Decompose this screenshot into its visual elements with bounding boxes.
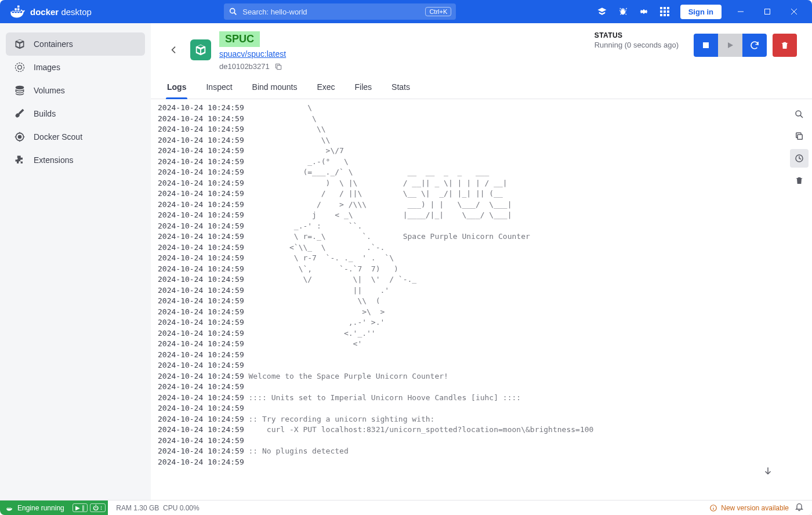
svg-rect-7 xyxy=(664,10,666,13)
learning-icon[interactable] xyxy=(597,6,607,17)
logs-tools xyxy=(786,99,812,500)
sidebar-item-label: Volumes xyxy=(34,86,65,95)
tab-files[interactable]: Files xyxy=(354,77,374,99)
engine-status[interactable]: Engine running xyxy=(0,501,70,515)
info-icon xyxy=(709,504,717,512)
update-available-link[interactable]: New version available xyxy=(709,504,789,512)
sign-in-button[interactable]: Sign in xyxy=(680,5,722,19)
logs-timestamps-button[interactable] xyxy=(790,149,809,168)
delete-button[interactable] xyxy=(773,34,797,57)
sidebar-item-extensions[interactable]: Extensions xyxy=(6,148,145,172)
svg-point-24 xyxy=(796,111,801,116)
svg-point-2 xyxy=(621,9,625,14)
back-button[interactable] xyxy=(166,42,182,58)
window-close-button[interactable] xyxy=(781,0,807,23)
search-bar[interactable]: Ctrl+K xyxy=(224,3,456,20)
extensions-icon xyxy=(14,154,26,166)
svg-marker-23 xyxy=(728,42,733,48)
app-logo: docker desktop xyxy=(9,3,92,20)
engine-status-text: Engine running xyxy=(17,504,64,512)
status-label: STATUS xyxy=(594,31,679,39)
search-input[interactable] xyxy=(242,8,420,16)
svg-point-16 xyxy=(16,63,24,72)
svg-rect-4 xyxy=(664,7,666,9)
window-minimize-button[interactable] xyxy=(727,0,754,23)
container-icon xyxy=(190,39,211,60)
svg-point-18 xyxy=(16,86,23,89)
tab-exec[interactable]: Exec xyxy=(316,77,336,99)
bug-icon[interactable] xyxy=(618,6,628,17)
sidebar-item-label: Builds xyxy=(34,109,56,118)
ram-usage: RAM 1.30 GB xyxy=(116,504,159,512)
svg-rect-9 xyxy=(660,14,662,16)
status-block: STATUS Running (0 seconds ago) xyxy=(594,31,679,49)
logs-clear-button[interactable] xyxy=(790,171,809,190)
sidebar-item-label: Extensions xyxy=(34,155,73,165)
svg-rect-26 xyxy=(798,135,802,139)
logs-panel[interactable]: 2024-10-24 10:24:59 \ 2024-10-24 10:24:5… xyxy=(151,99,786,500)
tab-logs[interactable]: Logs xyxy=(166,77,187,99)
whale-icon xyxy=(6,504,14,512)
container-name: SPUC xyxy=(219,31,260,47)
sidebar: Containers Images Volumes Builds Docker … xyxy=(0,23,151,500)
status-text: Running (0 seconds ago) xyxy=(594,41,679,49)
search-icon xyxy=(229,7,238,16)
sidebar-item-docker-scout[interactable]: Docker Scout xyxy=(6,125,145,148)
sidebar-item-containers[interactable]: Containers xyxy=(6,32,145,56)
svg-rect-6 xyxy=(660,10,662,13)
svg-rect-21 xyxy=(277,65,281,69)
engine-power-menu-button[interactable]: ⏻ ⋮ xyxy=(90,503,106,512)
svg-rect-22 xyxy=(703,42,709,48)
svg-rect-11 xyxy=(667,14,669,16)
logs-copy-button[interactable] xyxy=(790,127,809,146)
sidebar-item-label: Images xyxy=(34,63,60,72)
volumes-icon xyxy=(14,85,26,96)
settings-icon[interactable] xyxy=(639,6,649,17)
builds-icon xyxy=(14,108,26,119)
cpu-usage: CPU 0.00% xyxy=(163,504,200,512)
tab-inspect[interactable]: Inspect xyxy=(205,77,233,99)
svg-rect-13 xyxy=(765,9,770,14)
containers-icon xyxy=(14,38,26,50)
sidebar-item-label: Containers xyxy=(34,39,73,49)
sidebar-item-label: Docker Scout xyxy=(34,132,82,142)
search-shortcut: Ctrl+K xyxy=(425,7,451,16)
svg-rect-3 xyxy=(660,7,662,9)
apps-icon[interactable] xyxy=(659,6,670,17)
svg-rect-8 xyxy=(667,10,669,13)
logs-search-button[interactable] xyxy=(790,105,809,124)
svg-line-1 xyxy=(234,13,237,15)
notifications-button[interactable] xyxy=(795,502,804,513)
container-id: de10102b3271 xyxy=(219,62,270,71)
title-bar: docker desktop Ctrl+K Sign in xyxy=(0,0,812,23)
sidebar-item-volumes[interactable]: Volumes xyxy=(6,79,145,102)
tab-stats[interactable]: Stats xyxy=(390,77,411,99)
svg-rect-10 xyxy=(664,14,666,16)
start-button xyxy=(718,34,742,57)
container-image-link[interactable]: spuacv/spuc:latest xyxy=(219,49,286,59)
engine-start-pause-button[interactable]: ▶ ∥ xyxy=(72,503,88,512)
svg-point-0 xyxy=(230,9,235,13)
sidebar-item-builds[interactable]: Builds xyxy=(6,102,145,125)
svg-point-20 xyxy=(19,136,21,139)
copy-icon[interactable] xyxy=(274,63,282,71)
scout-icon xyxy=(14,131,26,143)
svg-point-17 xyxy=(18,66,22,70)
sidebar-item-images[interactable]: Images xyxy=(6,56,145,79)
images-icon xyxy=(14,61,26,73)
restart-button[interactable] xyxy=(742,34,767,57)
container-header: SPUC spuacv/spuc:latest de10102b3271 STA… xyxy=(151,23,812,77)
svg-line-25 xyxy=(800,115,803,118)
docker-logo-icon xyxy=(9,3,26,20)
window-maximize-button[interactable] xyxy=(754,0,781,23)
stop-button[interactable] xyxy=(694,34,718,57)
tab-bind-mounts[interactable]: Bind mounts xyxy=(251,77,299,99)
svg-rect-5 xyxy=(667,7,669,9)
scroll-to-bottom-button[interactable] xyxy=(759,462,777,480)
tabs: Logs Inspect Bind mounts Exec Files Stat… xyxy=(151,77,812,99)
status-bar: Engine running ▶ ∥ ⏻ ⋮ RAM 1.30 GB CPU 0… xyxy=(0,500,812,515)
